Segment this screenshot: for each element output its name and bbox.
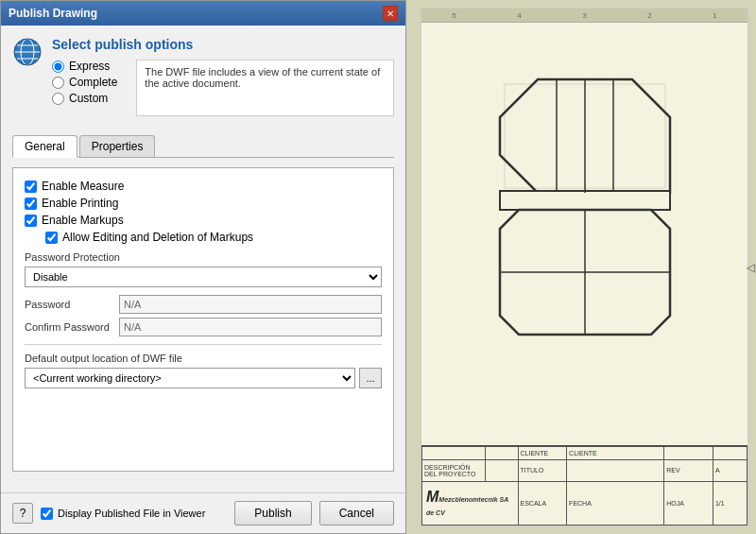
- output-section-label: Default output location of DWF file: [25, 353, 382, 364]
- radio-express[interactable]: Express: [52, 60, 117, 73]
- ruler-mark-1: 1: [682, 11, 747, 20]
- tb-cell-14: FECHA: [567, 481, 664, 525]
- enable-measure-row[interactable]: Enable Measure: [25, 180, 382, 193]
- output-location-select[interactable]: <Current working directory>: [25, 368, 355, 388]
- tb-company-cell: MMezcblenomtecnik SA de CV: [422, 481, 519, 525]
- radio-options-area: Express Complete Custom The DWF file inc…: [52, 60, 394, 116]
- enable-printing-label: Enable Printing: [42, 197, 118, 210]
- content-panel: Enable Measure Enable Printing Enable Ma…: [12, 167, 394, 472]
- enable-markups-row[interactable]: Enable Markups: [25, 214, 382, 227]
- browse-button[interactable]: ...: [359, 368, 382, 388]
- password-label: Password: [25, 299, 119, 310]
- publish-button[interactable]: Publish: [234, 501, 311, 525]
- title-block: CLIENTE CLIENTE DESCRIPCIÓN DEL PROYECTO…: [421, 445, 747, 525]
- header-title: Select publish options: [52, 37, 394, 52]
- radio-complete[interactable]: Complete: [52, 76, 117, 89]
- ruler-top: 5 4 3 2 1: [421, 9, 747, 23]
- password-select-row: Disable Enable: [25, 267, 382, 287]
- password-section-label: Password Protection: [25, 251, 382, 263]
- ruler-mark-2: 2: [617, 11, 682, 20]
- password-protection-select[interactable]: Disable Enable: [25, 267, 382, 287]
- publish-dialog: Publish Drawing ✕ Select publish options: [0, 0, 406, 534]
- cad-area: 5 4 3 2 1: [406, 0, 756, 534]
- tb-cell-15: HOJA: [664, 481, 713, 525]
- cad-drawing-svg: [481, 60, 689, 363]
- svg-rect-9: [500, 191, 670, 210]
- tb-cell-13: ESCALA: [518, 481, 567, 525]
- allow-editing-label: Allow Editing and Deletion of Markups: [62, 231, 253, 244]
- enable-printing-checkbox[interactable]: [25, 198, 37, 210]
- title-block-table: CLIENTE CLIENTE DESCRIPCIÓN DEL PROYECTO…: [421, 446, 747, 525]
- enable-printing-row[interactable]: Enable Printing: [25, 197, 382, 210]
- dialog-body: Select publish options Express Complete: [1, 26, 405, 492]
- help-button[interactable]: ?: [12, 503, 33, 524]
- close-button[interactable]: ✕: [383, 6, 398, 21]
- ruler-mark-4: 4: [487, 11, 552, 20]
- enable-measure-label: Enable Measure: [42, 180, 124, 193]
- output-row: <Current working directory> ...: [25, 368, 382, 388]
- radio-custom[interactable]: Custom: [52, 92, 117, 105]
- display-viewer-label: Display Published File in Viewer: [58, 508, 205, 519]
- tb-cell-5: [664, 447, 713, 460]
- tb-cell-11: REV: [664, 460, 713, 482]
- dialog-title: Publish Drawing: [9, 7, 97, 20]
- enable-markups-label: Enable Markups: [42, 214, 124, 227]
- tb-cell-12: A: [713, 460, 747, 482]
- radio-custom-label: Custom: [69, 92, 108, 105]
- confirm-password-row: Confirm Password: [25, 318, 382, 336]
- tb-cell-2: [486, 447, 518, 460]
- radio-complete-label: Complete: [69, 76, 117, 89]
- tab-general[interactable]: General: [12, 135, 77, 158]
- edge-arrow: ◁: [747, 261, 755, 274]
- enable-markups-checkbox[interactable]: [25, 215, 37, 227]
- cancel-button[interactable]: Cancel: [319, 501, 394, 525]
- tab-bar: General Properties: [12, 135, 394, 158]
- ruler-mark-3: 3: [552, 11, 617, 20]
- tb-cell-9: TITULO: [518, 460, 567, 482]
- ruler-mark-5: 5: [421, 11, 487, 20]
- divider: [25, 344, 382, 345]
- display-viewer-checkbox[interactable]: [41, 508, 53, 520]
- password-input[interactable]: [119, 295, 382, 314]
- display-viewer-row[interactable]: Display Published File in Viewer: [41, 508, 205, 520]
- confirm-password-label: Confirm Password: [25, 321, 119, 333]
- radio-group: Express Complete Custom: [52, 60, 117, 116]
- tb-cell-7: DESCRIPCIÓN DEL PROYECTO: [422, 460, 486, 482]
- tb-cell-8: [486, 460, 518, 482]
- titlebar: Publish Drawing ✕: [1, 1, 405, 26]
- footer-left: ? Display Published File in Viewer: [12, 503, 205, 524]
- tb-cell-1: [422, 447, 486, 460]
- tb-cell-10: [567, 460, 664, 482]
- enable-measure-checkbox[interactable]: [25, 181, 37, 193]
- tb-cell-6: [713, 447, 747, 460]
- header-section: Select publish options Express Complete: [12, 37, 394, 126]
- tab-properties[interactable]: Properties: [79, 135, 156, 157]
- tb-cell-4: CLIENTE: [567, 447, 664, 460]
- tb-cell-16: 1/1: [713, 481, 747, 525]
- password-row: Password: [25, 295, 382, 314]
- globe-icon: [12, 37, 43, 67]
- tb-cell-3: CLIENTE: [518, 447, 567, 460]
- cad-shape-container: [481, 60, 689, 366]
- radio-express-label: Express: [69, 60, 110, 73]
- allow-editing-row[interactable]: Allow Editing and Deletion of Markups: [45, 231, 382, 244]
- confirm-password-input[interactable]: [119, 318, 382, 336]
- cad-paper: 5 4 3 2 1: [421, 8, 748, 526]
- header-content: Select publish options Express Complete: [52, 37, 394, 126]
- description-box: The DWF file includes a view of the curr…: [136, 60, 394, 116]
- allow-editing-checkbox[interactable]: [45, 232, 58, 244]
- footer-section: ? Display Published File in Viewer Publi…: [1, 492, 405, 533]
- footer-buttons: Publish Cancel: [234, 501, 394, 525]
